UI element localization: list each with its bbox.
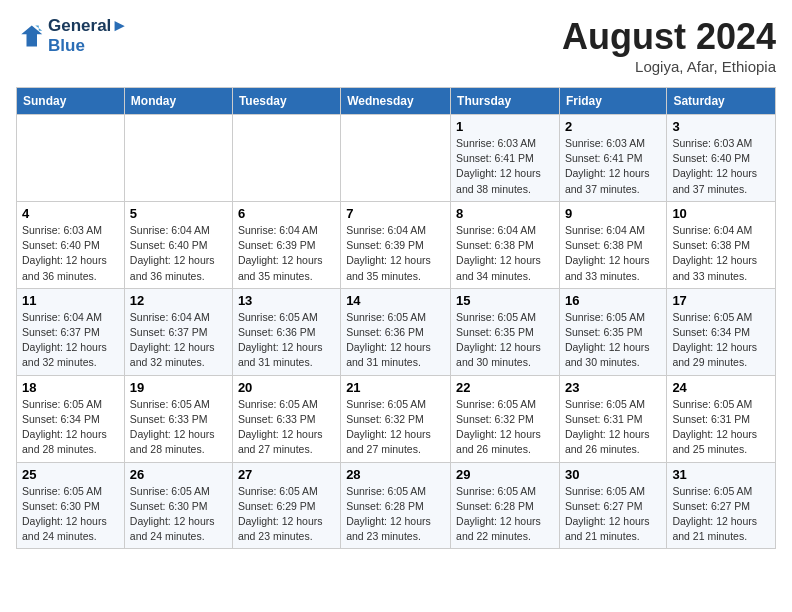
day-of-week-header: Saturday: [667, 88, 776, 115]
day-info: Sunrise: 6:05 AM Sunset: 6:29 PM Dayligh…: [238, 484, 335, 545]
day-number: 9: [565, 206, 661, 221]
calendar-cell: [232, 115, 340, 202]
calendar-cell: 4Sunrise: 6:03 AM Sunset: 6:40 PM Daylig…: [17, 201, 125, 288]
calendar-cell: 28Sunrise: 6:05 AM Sunset: 6:28 PM Dayli…: [341, 462, 451, 549]
day-of-week-header: Friday: [559, 88, 666, 115]
calendar-cell: 12Sunrise: 6:04 AM Sunset: 6:37 PM Dayli…: [124, 288, 232, 375]
day-number: 26: [130, 467, 227, 482]
day-info: Sunrise: 6:05 AM Sunset: 6:27 PM Dayligh…: [672, 484, 770, 545]
day-number: 28: [346, 467, 445, 482]
calendar-cell: 15Sunrise: 6:05 AM Sunset: 6:35 PM Dayli…: [451, 288, 560, 375]
day-info: Sunrise: 6:04 AM Sunset: 6:39 PM Dayligh…: [346, 223, 445, 284]
calendar-cell: 16Sunrise: 6:05 AM Sunset: 6:35 PM Dayli…: [559, 288, 666, 375]
day-number: 22: [456, 380, 554, 395]
logo-icon: [16, 22, 44, 50]
calendar-cell: 29Sunrise: 6:05 AM Sunset: 6:28 PM Dayli…: [451, 462, 560, 549]
day-number: 27: [238, 467, 335, 482]
calendar-cell: [17, 115, 125, 202]
day-number: 13: [238, 293, 335, 308]
day-info: Sunrise: 6:05 AM Sunset: 6:30 PM Dayligh…: [22, 484, 119, 545]
calendar-week-row: 25Sunrise: 6:05 AM Sunset: 6:30 PM Dayli…: [17, 462, 776, 549]
day-number: 21: [346, 380, 445, 395]
calendar-cell: 13Sunrise: 6:05 AM Sunset: 6:36 PM Dayli…: [232, 288, 340, 375]
calendar-cell: 20Sunrise: 6:05 AM Sunset: 6:33 PM Dayli…: [232, 375, 340, 462]
calendar-cell: 7Sunrise: 6:04 AM Sunset: 6:39 PM Daylig…: [341, 201, 451, 288]
calendar-table: SundayMondayTuesdayWednesdayThursdayFrid…: [16, 87, 776, 549]
day-number: 8: [456, 206, 554, 221]
calendar-week-row: 11Sunrise: 6:04 AM Sunset: 6:37 PM Dayli…: [17, 288, 776, 375]
day-info: Sunrise: 6:05 AM Sunset: 6:35 PM Dayligh…: [456, 310, 554, 371]
day-number: 29: [456, 467, 554, 482]
day-info: Sunrise: 6:04 AM Sunset: 6:37 PM Dayligh…: [22, 310, 119, 371]
day-number: 18: [22, 380, 119, 395]
day-info: Sunrise: 6:05 AM Sunset: 6:34 PM Dayligh…: [22, 397, 119, 458]
calendar-cell: 21Sunrise: 6:05 AM Sunset: 6:32 PM Dayli…: [341, 375, 451, 462]
day-number: 1: [456, 119, 554, 134]
calendar-cell: [124, 115, 232, 202]
day-number: 14: [346, 293, 445, 308]
day-number: 7: [346, 206, 445, 221]
day-info: Sunrise: 6:05 AM Sunset: 6:33 PM Dayligh…: [130, 397, 227, 458]
day-number: 24: [672, 380, 770, 395]
calendar-cell: [341, 115, 451, 202]
logo-text: General► Blue: [48, 16, 128, 56]
day-number: 12: [130, 293, 227, 308]
calendar-cell: 3Sunrise: 6:03 AM Sunset: 6:40 PM Daylig…: [667, 115, 776, 202]
day-number: 17: [672, 293, 770, 308]
day-info: Sunrise: 6:05 AM Sunset: 6:27 PM Dayligh…: [565, 484, 661, 545]
logo: General► Blue: [16, 16, 128, 56]
calendar-cell: 25Sunrise: 6:05 AM Sunset: 6:30 PM Dayli…: [17, 462, 125, 549]
calendar-week-row: 1Sunrise: 6:03 AM Sunset: 6:41 PM Daylig…: [17, 115, 776, 202]
calendar-cell: 27Sunrise: 6:05 AM Sunset: 6:29 PM Dayli…: [232, 462, 340, 549]
day-info: Sunrise: 6:04 AM Sunset: 6:38 PM Dayligh…: [565, 223, 661, 284]
calendar-cell: 26Sunrise: 6:05 AM Sunset: 6:30 PM Dayli…: [124, 462, 232, 549]
day-info: Sunrise: 6:04 AM Sunset: 6:40 PM Dayligh…: [130, 223, 227, 284]
day-info: Sunrise: 6:04 AM Sunset: 6:38 PM Dayligh…: [456, 223, 554, 284]
calendar-cell: 11Sunrise: 6:04 AM Sunset: 6:37 PM Dayli…: [17, 288, 125, 375]
calendar-cell: 30Sunrise: 6:05 AM Sunset: 6:27 PM Dayli…: [559, 462, 666, 549]
day-number: 31: [672, 467, 770, 482]
calendar-cell: 10Sunrise: 6:04 AM Sunset: 6:38 PM Dayli…: [667, 201, 776, 288]
day-info: Sunrise: 6:05 AM Sunset: 6:32 PM Dayligh…: [456, 397, 554, 458]
day-of-week-header: Monday: [124, 88, 232, 115]
day-number: 19: [130, 380, 227, 395]
calendar-header-row: SundayMondayTuesdayWednesdayThursdayFrid…: [17, 88, 776, 115]
day-info: Sunrise: 6:05 AM Sunset: 6:36 PM Dayligh…: [346, 310, 445, 371]
page-header: General► Blue August 2024 Logiya, Afar, …: [16, 16, 776, 75]
day-info: Sunrise: 6:05 AM Sunset: 6:36 PM Dayligh…: [238, 310, 335, 371]
day-info: Sunrise: 6:05 AM Sunset: 6:31 PM Dayligh…: [565, 397, 661, 458]
calendar-cell: 23Sunrise: 6:05 AM Sunset: 6:31 PM Dayli…: [559, 375, 666, 462]
day-number: 3: [672, 119, 770, 134]
day-info: Sunrise: 6:05 AM Sunset: 6:28 PM Dayligh…: [456, 484, 554, 545]
day-info: Sunrise: 6:03 AM Sunset: 6:40 PM Dayligh…: [672, 136, 770, 197]
location: Logiya, Afar, Ethiopia: [562, 58, 776, 75]
day-of-week-header: Wednesday: [341, 88, 451, 115]
day-of-week-header: Tuesday: [232, 88, 340, 115]
day-number: 2: [565, 119, 661, 134]
calendar-cell: 24Sunrise: 6:05 AM Sunset: 6:31 PM Dayli…: [667, 375, 776, 462]
day-number: 23: [565, 380, 661, 395]
day-number: 20: [238, 380, 335, 395]
calendar-cell: 2Sunrise: 6:03 AM Sunset: 6:41 PM Daylig…: [559, 115, 666, 202]
calendar-week-row: 18Sunrise: 6:05 AM Sunset: 6:34 PM Dayli…: [17, 375, 776, 462]
day-info: Sunrise: 6:05 AM Sunset: 6:30 PM Dayligh…: [130, 484, 227, 545]
calendar-cell: 19Sunrise: 6:05 AM Sunset: 6:33 PM Dayli…: [124, 375, 232, 462]
title-block: August 2024 Logiya, Afar, Ethiopia: [562, 16, 776, 75]
day-number: 30: [565, 467, 661, 482]
day-info: Sunrise: 6:03 AM Sunset: 6:41 PM Dayligh…: [565, 136, 661, 197]
day-info: Sunrise: 6:05 AM Sunset: 6:35 PM Dayligh…: [565, 310, 661, 371]
day-info: Sunrise: 6:03 AM Sunset: 6:41 PM Dayligh…: [456, 136, 554, 197]
calendar-cell: 14Sunrise: 6:05 AM Sunset: 6:36 PM Dayli…: [341, 288, 451, 375]
day-number: 5: [130, 206, 227, 221]
calendar-week-row: 4Sunrise: 6:03 AM Sunset: 6:40 PM Daylig…: [17, 201, 776, 288]
day-number: 10: [672, 206, 770, 221]
day-number: 6: [238, 206, 335, 221]
day-info: Sunrise: 6:04 AM Sunset: 6:37 PM Dayligh…: [130, 310, 227, 371]
calendar-cell: 1Sunrise: 6:03 AM Sunset: 6:41 PM Daylig…: [451, 115, 560, 202]
calendar-cell: 22Sunrise: 6:05 AM Sunset: 6:32 PM Dayli…: [451, 375, 560, 462]
calendar-cell: 31Sunrise: 6:05 AM Sunset: 6:27 PM Dayli…: [667, 462, 776, 549]
day-number: 15: [456, 293, 554, 308]
calendar-cell: 5Sunrise: 6:04 AM Sunset: 6:40 PM Daylig…: [124, 201, 232, 288]
calendar-cell: 8Sunrise: 6:04 AM Sunset: 6:38 PM Daylig…: [451, 201, 560, 288]
calendar-cell: 17Sunrise: 6:05 AM Sunset: 6:34 PM Dayli…: [667, 288, 776, 375]
